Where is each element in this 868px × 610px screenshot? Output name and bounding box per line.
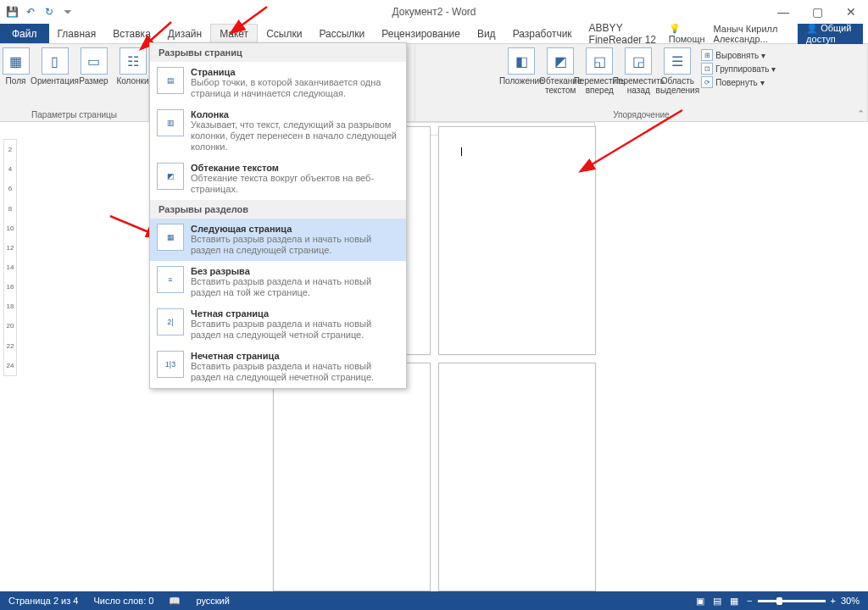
tab-review[interactable]: Рецензирование (373, 24, 469, 43)
dd-item-evenpage[interactable]: 2| Четная страницаВставить разрыв раздел… (150, 303, 406, 346)
tab-home[interactable]: Главная (49, 24, 105, 43)
save-icon[interactable]: 💾 (5, 5, 19, 19)
page-2[interactable] (438, 126, 596, 355)
textwrap-break-icon: ◩ (157, 163, 184, 190)
status-proofing-icon[interactable]: 📖 (169, 596, 181, 607)
view-readmode-icon[interactable]: ▣ (696, 596, 704, 607)
close-button[interactable]: ✕ (834, 0, 868, 24)
zoom-control[interactable]: −+ 30% (747, 596, 860, 606)
tab-file[interactable]: Файл (0, 24, 49, 43)
rotate-button[interactable]: ⟳Повернуть ▾ (701, 76, 764, 88)
tab-developer[interactable]: Разработчик (504, 24, 581, 43)
tab-abbyy[interactable]: ABBYY FineReader 12 (581, 24, 669, 43)
group-button[interactable]: ⊡Группировать ▾ (701, 63, 776, 75)
ribbon: ▦Поля ▯Ориентация ▭Размер ☷Колонки Парам… (0, 44, 868, 122)
text-cursor (461, 147, 462, 156)
status-language[interactable]: русский (196, 596, 229, 606)
dd-item-continuous[interactable]: ≡ Без разрываВставить разрыв раздела и н… (150, 261, 406, 303)
share-button[interactable]: 👤 Общий доступ (798, 20, 863, 47)
position-button[interactable]: ◧Положение (503, 46, 540, 108)
tab-layout[interactable]: Макет (210, 24, 258, 44)
tab-insert[interactable]: Вставка (104, 24, 159, 43)
size-button[interactable]: ▭Размер (75, 46, 113, 108)
qa-customize-icon[interactable]: ⏷ (61, 5, 75, 19)
orientation-button[interactable]: ▯Ориентация (36, 46, 74, 108)
view-print-icon[interactable]: ▤ (713, 596, 721, 607)
evenpage-break-icon: 2| (157, 308, 184, 336)
breaks-dropdown: Разрывы страниц ▤ СтраницаВыбор точки, в… (149, 42, 407, 389)
columns-button[interactable]: ☷Колонки (114, 46, 152, 108)
status-bar: Страница 2 из 4 Число слов: 0 📖 русский … (0, 591, 868, 610)
margins-button[interactable]: ▦Поля (0, 46, 35, 108)
collapse-ribbon-icon[interactable]: ⌃ (857, 108, 865, 119)
window-title: Документ2 - Word (392, 6, 476, 18)
tab-references[interactable]: Ссылки (258, 24, 310, 43)
page-4[interactable] (438, 363, 596, 591)
oddpage-break-icon: 1|3 (157, 351, 184, 378)
tab-design[interactable]: Дизайн (159, 24, 210, 43)
tell-me[interactable]: 💡 Помощн (669, 23, 705, 44)
document-area: 2◂246810121416 24681012141618202224 (0, 122, 868, 591)
tab-mailings[interactable]: Рассылки (310, 24, 373, 43)
align-button[interactable]: ⊞Выровнять ▾ (701, 49, 765, 61)
column-break-icon: ▥ (157, 109, 184, 136)
maximize-button[interactable]: ▢ (800, 0, 834, 24)
group-arrange: Упорядочение (613, 108, 669, 121)
group-page-setup: Параметры страницы (31, 108, 117, 121)
dd-item-column[interactable]: ▥ КолонкаУказывает, что текст, следующий… (150, 104, 406, 158)
status-wordcount[interactable]: Число слов: 0 (93, 596, 153, 606)
undo-icon[interactable]: ↶ (24, 5, 37, 19)
dd-item-nextpage[interactable]: ▦ Следующая страницаВставить разрыв разд… (150, 219, 406, 261)
minimize-button[interactable]: — (766, 0, 800, 24)
nextpage-break-icon: ▦ (157, 224, 184, 251)
dd-item-oddpage[interactable]: 1|3 Нечетная страницаВставить разрыв раз… (150, 346, 406, 388)
ribbon-tabs: Файл Главная Вставка Дизайн Макет Ссылки… (0, 24, 868, 44)
dd-item-textwrap[interactable]: ◩ Обтекание текстомОбтекание текста вокр… (150, 158, 406, 200)
view-web-icon[interactable]: ▦ (730, 596, 738, 607)
titlebar: 💾 ↶ ↻ ⏷ Документ2 - Word — ▢ ✕ (0, 0, 868, 24)
selection-pane-button[interactable]: ☰Область выделения (659, 46, 696, 108)
ruler-vertical[interactable]: 24681012141618202224 (3, 139, 17, 376)
status-page[interactable]: Страница 2 из 4 (8, 596, 78, 606)
dd-section-pagebreaks: Разрывы страниц (150, 43, 406, 62)
dd-section-sectionbreaks: Разрывы разделов (150, 200, 406, 219)
page-break-icon: ▤ (157, 67, 184, 94)
zoom-slider[interactable] (758, 600, 826, 602)
dd-item-page[interactable]: ▤ СтраницаВыбор точки, в которой заканчи… (150, 62, 406, 104)
send-backward-button[interactable]: ◲Переместить назад (620, 46, 657, 108)
tab-view[interactable]: Вид (469, 24, 504, 43)
page-3[interactable] (273, 363, 431, 591)
user-name[interactable]: Маныч Кирилл Александр... (714, 24, 790, 44)
continuous-break-icon: ≡ (157, 266, 184, 293)
zoom-level[interactable]: 30% (841, 596, 860, 606)
redo-icon[interactable]: ↻ (42, 5, 56, 19)
